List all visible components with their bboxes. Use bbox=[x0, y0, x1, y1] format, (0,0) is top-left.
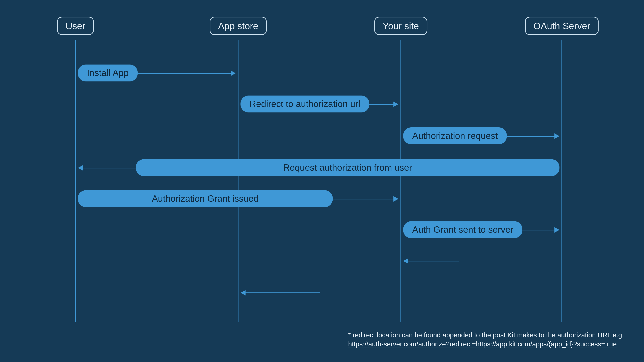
arrow-line bbox=[138, 73, 231, 74]
lifeline-user bbox=[75, 40, 76, 322]
lifeline-oauth bbox=[562, 40, 562, 322]
footnote: * redirect location can be found appende… bbox=[348, 331, 624, 349]
arrow-head-icon bbox=[240, 290, 246, 296]
arrow-line bbox=[522, 230, 554, 230]
lifeline-store bbox=[238, 40, 238, 322]
actor-store: App store bbox=[210, 17, 267, 35]
lifeline-site bbox=[400, 40, 401, 322]
footnote-text: * redirect location can be found appende… bbox=[348, 331, 624, 340]
message-label: Auth Grant sent to server bbox=[403, 221, 522, 238]
arrow-line bbox=[83, 168, 136, 168]
actor-site: Your site bbox=[374, 17, 427, 35]
arrow-head-icon bbox=[554, 133, 560, 139]
arrow-head-icon bbox=[78, 165, 83, 171]
actor-oauth: OAuth Server bbox=[525, 17, 598, 35]
message-label: Install App bbox=[78, 64, 138, 81]
arrow-line bbox=[408, 261, 459, 261]
message-label: Authorization request bbox=[403, 127, 507, 144]
message-label: Redirect to authorization url bbox=[240, 95, 369, 112]
arrow-line bbox=[507, 136, 554, 137]
arrow-head-icon bbox=[231, 70, 236, 76]
actor-user: User bbox=[57, 17, 94, 35]
message-label: Request authorization from user bbox=[136, 159, 560, 176]
arrow-head-icon bbox=[394, 102, 398, 107]
arrow-head-icon bbox=[403, 258, 408, 264]
arrow-line bbox=[246, 293, 320, 293]
arrow-line bbox=[369, 104, 394, 105]
footnote-url: https://auth-server.com/authorize?redire… bbox=[348, 340, 624, 349]
arrow-head-icon bbox=[554, 227, 560, 233]
arrow-line bbox=[333, 199, 394, 199]
message-label: Authorization Grant issued bbox=[78, 190, 333, 207]
arrow-head-icon bbox=[394, 196, 398, 202]
